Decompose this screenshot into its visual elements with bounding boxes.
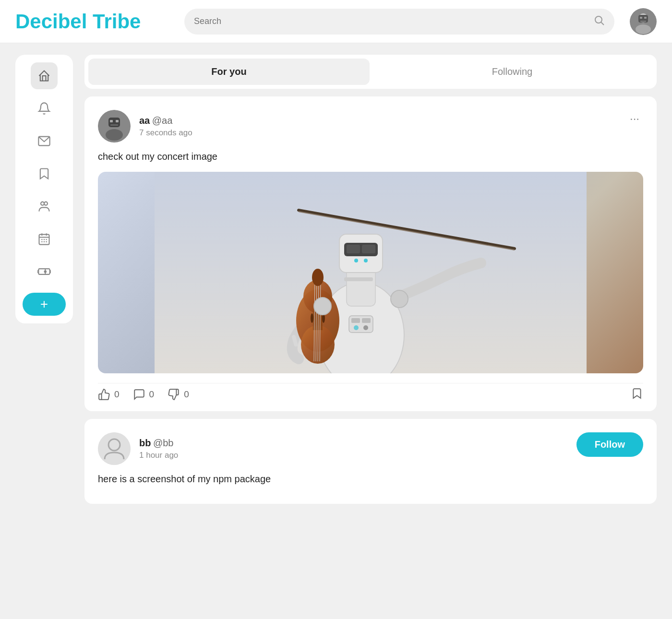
svg-rect-27 [116,120,119,122]
comment-button[interactable]: 0 [133,388,155,401]
post-card-2: bb @bb 1 hour ago Follow here is a scree… [84,419,657,504]
post-image [98,172,643,373]
sidebar-item-community[interactable] [31,193,58,220]
app-logo: Decibel Tribe [15,10,169,33]
post-text: check out my concert image [98,151,643,162]
svg-point-23 [45,271,47,273]
like-button[interactable]: 0 [98,388,120,401]
post-text-2: here is a screenshot of my npm package [98,474,643,485]
svg-rect-37 [347,245,360,253]
svg-line-1 [601,22,604,25]
svg-point-64 [98,432,131,465]
svg-rect-6 [640,17,642,19]
comment-count: 0 [149,389,155,400]
svg-point-10 [41,202,44,205]
svg-rect-34 [347,268,375,306]
post-header: aa @aa 7 seconds ago ··· [98,110,643,143]
svg-point-63 [314,298,331,315]
post-user-info: aa @aa 7 seconds ago [139,115,192,138]
post-user-2: bb @bb 1 hour ago [98,432,178,465]
svg-point-60 [354,325,359,330]
svg-rect-26 [110,120,113,122]
thumbs-up-icon [98,388,110,401]
svg-point-55 [354,259,358,262]
sidebar-item-tickets[interactable] [31,258,58,285]
svg-point-4 [636,24,651,34]
create-button[interactable]: + [23,293,66,316]
main-content: For you Following [84,55,657,504]
post-user: aa @aa 7 seconds ago [98,110,192,143]
bookmark-button[interactable] [631,387,643,402]
post-user-info-2: bb @bb 1 hour ago [139,438,178,460]
like-count: 0 [114,389,120,400]
svg-point-53 [312,269,324,286]
post-card: aa @aa 7 seconds ago ··· check out my co… [84,96,657,411]
sidebar-item-notifications[interactable] [31,95,58,122]
bookmark-icon [631,387,643,400]
post-time: 7 seconds ago [139,128,192,138]
post-header-2: bb @bb 1 hour ago Follow [98,432,643,465]
svg-point-62 [391,290,408,308]
sidebar-item-messages[interactable] [31,128,58,155]
sidebar: + [15,55,73,323]
sidebar-item-bookmarks[interactable] [31,160,58,187]
post-image-svg [98,172,643,373]
svg-point-56 [364,259,368,262]
tab-for-you[interactable]: For you [88,59,370,85]
sidebar-item-events[interactable] [31,226,58,252]
search-bar[interactable] [184,9,614,35]
feed-tabs: For you Following [84,55,657,89]
post-username: aa @aa [139,115,192,126]
post-more-button[interactable]: ··· [626,110,643,127]
post-avatar-2 [98,432,131,465]
svg-point-29 [106,129,123,141]
search-input[interactable] [194,16,588,26]
post-username-2: bb @bb [139,438,178,449]
svg-point-11 [44,202,48,205]
header: Decibel Tribe [0,0,672,43]
post-actions: 0 0 0 [98,383,643,402]
svg-rect-59 [362,318,371,323]
svg-rect-28 [110,124,118,126]
thumbs-down-icon [168,388,180,401]
svg-rect-7 [644,17,647,19]
tab-following[interactable]: Following [372,59,653,85]
svg-point-0 [595,16,602,23]
comment-icon [133,388,145,401]
svg-rect-8 [640,21,646,22]
follow-button[interactable]: Follow [576,432,643,457]
svg-point-61 [363,325,368,330]
svg-point-47 [311,313,313,323]
svg-rect-54 [344,277,373,281]
sidebar-item-home[interactable] [31,62,58,89]
body-layout: + For you Following [0,43,672,515]
svg-rect-58 [351,318,360,323]
post-avatar [98,110,131,143]
user-avatar[interactable] [630,8,657,35]
dislike-count: 0 [184,389,189,400]
search-icon [593,14,605,29]
post-time-2: 1 hour ago [139,451,178,460]
dislike-button[interactable]: 0 [168,388,189,401]
svg-rect-38 [362,245,375,253]
